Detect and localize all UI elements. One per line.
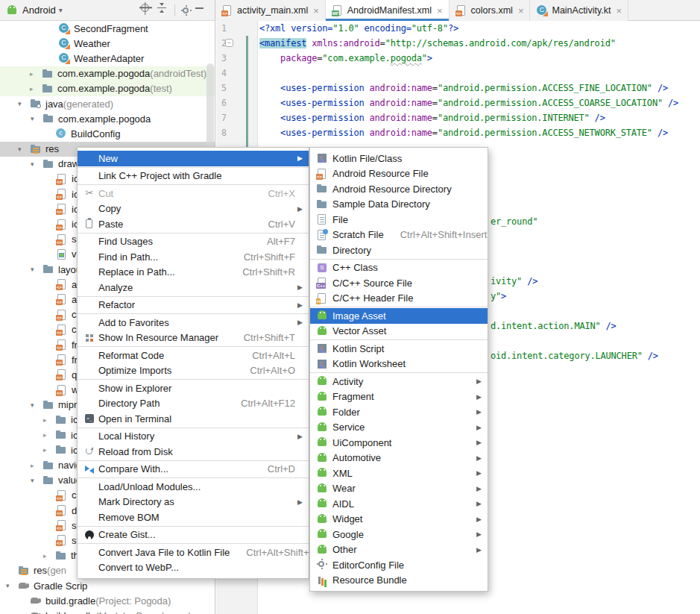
menu-item-wear[interactable]: Wear▶: [310, 481, 488, 497]
submenu-arrow-icon: ▶: [474, 408, 482, 416]
menu-item-uicomponent[interactable]: UiComponent▶: [310, 435, 488, 451]
collapsed-arrow-icon[interactable]: ▸: [30, 70, 42, 78]
tab-colors-xml[interactable]: <>colors.xml×: [450, 0, 531, 21]
menu-item-paste[interactable]: PasteCtrl+V: [78, 216, 309, 232]
menu-item-analyze[interactable]: Analyze▶: [78, 280, 309, 295]
menu-item-local-history[interactable]: Local History▶: [78, 429, 309, 445]
expanded-arrow-icon[interactable]: ▾: [31, 401, 42, 409]
menu-item-find-in-path[interactable]: Find in Path...Ctrl+Shift+F: [78, 249, 309, 265]
tab-close-icon[interactable]: ×: [312, 5, 320, 16]
menu-item-directory[interactable]: Directory: [310, 242, 488, 258]
menu-item-sample-data-directory[interactable]: Sample Data Directory: [310, 197, 488, 213]
menu-item-replace-in-path[interactable]: Replace in Path...Ctrl+Shift+R: [78, 265, 309, 281]
menu-item-editorconfig-file[interactable]: EditorConfig File: [310, 557, 488, 573]
tree-row-build-gradle[interactable]: build.gradle (Module: Pogoda.app): [0, 608, 215, 614]
menu-item-vector-asset[interactable]: Vector Asset: [310, 324, 488, 339]
tree-row-gradle-scrip[interactable]: ▾Gradle Scrip: [0, 578, 215, 593]
menu-item-show-in-explorer[interactable]: Show in Explorer: [78, 380, 309, 396]
collapsed-arrow-icon[interactable]: ▸: [43, 416, 55, 424]
expanded-arrow-icon[interactable]: ▾: [31, 115, 42, 122]
tab-close-icon[interactable]: ×: [436, 5, 444, 16]
fold-marker-icon[interactable]: −: [225, 39, 233, 47]
menu-item-scratch-file[interactable]: Scratch FileCtrl+Alt+Shift+Insert: [310, 228, 488, 243]
tree-row-buildconfig[interactable]: cBuildConfig: [0, 126, 215, 141]
xml-icon: <>: [56, 384, 68, 396]
expanded-arrow-icon[interactable]: ▾: [6, 582, 18, 589]
menu-item-optimize-imports[interactable]: Optimize ImportsCtrl+Alt+O: [78, 363, 309, 379]
menu-item-file[interactable]: File: [310, 212, 488, 228]
tree-row-build-gradle[interactable]: build.gradle (Project: Pogoda): [0, 593, 215, 608]
code-area[interactable]: <?xml version="1.0" encoding="utf-8"?><m…: [259, 21, 678, 140]
menu-item-folder[interactable]: Folder▶: [310, 404, 488, 420]
menu-item-widget[interactable]: Widget▶: [310, 512, 488, 527]
menu-item-c-c-header-file[interactable]: HC/C++ Header File: [310, 291, 488, 307]
menu-item-compare-with[interactable]: Compare With...Ctrl+D: [78, 462, 309, 477]
project-view-selector[interactable]: Android: [22, 4, 56, 16]
menu-item-service[interactable]: Service▶: [310, 420, 488, 436]
expanded-arrow-icon[interactable]: ▾: [18, 145, 30, 153]
menu-item-activity[interactable]: Activity▶: [310, 374, 488, 389]
menu-item-mark-directory-as[interactable]: Mark Directory as▶: [78, 495, 309, 510]
menu-item-xml[interactable]: XML▶: [310, 466, 488, 481]
menu-item-kotlin-worksheet[interactable]: Kotlin Worksheet: [310, 357, 488, 372]
hide-panel-button[interactable]: [194, 2, 210, 19]
tree-row-weatheradapter[interactable]: CWeatherAdapter: [0, 51, 215, 66]
tree-row-com-example-pogoda[interactable]: ▾com.example.pogoda: [0, 111, 215, 126]
menu-item-add-to-favorites[interactable]: Add to Favorites▶: [78, 315, 309, 331]
tab-close-icon[interactable]: ×: [517, 5, 525, 16]
expanded-arrow-icon[interactable]: ▾: [18, 100, 30, 107]
menu-item-open-in-terminal[interactable]: >_Open in Terminal: [78, 411, 309, 427]
menu-item-other[interactable]: Other▶: [310, 542, 488, 558]
tree-row-secondfragment[interactable]: CSecondFragment: [0, 21, 215, 36]
menu-item-image-asset[interactable]: Image Asset: [310, 308, 488, 324]
expanded-arrow-icon[interactable]: ▾: [31, 477, 42, 484]
menu-item-c-c-source-file[interactable]: C++C/C++ Source File: [310, 275, 488, 291]
menu-item-aidl[interactable]: AIDL▶: [310, 496, 488, 512]
tree-row-java[interactable]: ▾java (generated): [0, 96, 215, 111]
tab-activity-main-xml[interactable]: <>activity_main.xml×: [215, 0, 326, 21]
tree-row-weather[interactable]: CWeather: [0, 36, 215, 51]
menu-item-android-resource-file[interactable]: <>Android Resource File: [310, 166, 488, 182]
menu-item-refactor[interactable]: Refactor▶: [78, 298, 309, 313]
collapsed-arrow-icon[interactable]: ▸: [43, 446, 55, 454]
tab-mainactivity-kt[interactable]: CMainActivity.kt×: [530, 0, 628, 21]
collapse-all-button[interactable]: [156, 2, 172, 19]
menu-item-convert-java-file-to-kotlin-file[interactable]: Convert Java File to Kotlin FileCtrl+Alt…: [78, 545, 309, 560]
collapsed-arrow-icon[interactable]: ▸: [30, 85, 42, 93]
menu-item-directory-path[interactable]: Directory PathCtrl+Alt+F12: [78, 396, 309, 412]
menu-item-show-in-resource-manager[interactable]: Show In Resource ManagerCtrl+Shift+T: [78, 331, 309, 346]
tree-row-com-example-pogoda[interactable]: ▸com.example.pogoda (androidTest): [0, 66, 215, 81]
locate-file-button[interactable]: [139, 2, 156, 19]
menu-item-android-resource-directory[interactable]: Android Resource Directory: [310, 181, 488, 197]
tab-close-icon[interactable]: ×: [615, 5, 622, 16]
settings-button[interactable]: [177, 2, 194, 19]
collapsed-arrow-icon[interactable]: ▸: [31, 462, 42, 469]
menu-item-google[interactable]: Google▶: [310, 527, 488, 542]
menu-item-new[interactable]: New▶: [78, 151, 309, 166]
menu-item-load-unload-modules[interactable]: Load/Unload Modules...: [78, 479, 309, 495]
menu-item-kotlin-script[interactable]: Kotlin Script: [310, 341, 488, 357]
menu-item-link-c-project-with-gradle[interactable]: Link C++ Project with Gradle: [78, 169, 309, 184]
menu-item-c-class[interactable]: SC++ Class: [310, 260, 488, 276]
collapsed-arrow-icon[interactable]: ▸: [43, 431, 55, 439]
collapsed-arrow-icon[interactable]: ▸: [43, 552, 55, 560]
menu-item-reload-from-disk[interactable]: Reload from Disk: [78, 444, 309, 460]
submenu-arrow-icon: ▶: [295, 154, 303, 162]
expanded-arrow-icon[interactable]: ▾: [31, 160, 42, 168]
scissors-icon: ✂: [83, 187, 95, 199]
menu-item-fragment[interactable]: Fragment▶: [310, 389, 488, 405]
tree-row-com-example-pogoda[interactable]: ▸com.example.pogoda (test): [0, 81, 215, 96]
menu-item-create-gist[interactable]: Create Gist...: [78, 527, 309, 543]
menu-item-automotive[interactable]: Automotive▶: [310, 451, 488, 466]
chevron-down-icon[interactable]: ▾: [59, 6, 63, 14]
menu-item-reformat-code[interactable]: Reformat CodeCtrl+Alt+L: [78, 348, 309, 363]
menu-item-find-usages[interactable]: Find UsagesAlt+F7: [78, 234, 309, 250]
expanded-arrow-icon[interactable]: ▾: [31, 266, 42, 273]
menu-item-resource-bundle[interactable]: Resource Bundle: [310, 573, 488, 589]
menu-item-convert-to-webp[interactable]: Convert to WebP...: [78, 560, 309, 576]
tab-androidmanifest-xml[interactable]: MFAndroidManifest.xml×: [326, 0, 450, 21]
menu-item-kotlin-file-class[interactable]: Kotlin File/Class: [310, 151, 488, 166]
menu-item-copy[interactable]: Copy▶: [78, 201, 309, 217]
line-number: 3: [216, 51, 227, 66]
menu-item-remove-bom[interactable]: Remove BOM: [78, 510, 309, 525]
